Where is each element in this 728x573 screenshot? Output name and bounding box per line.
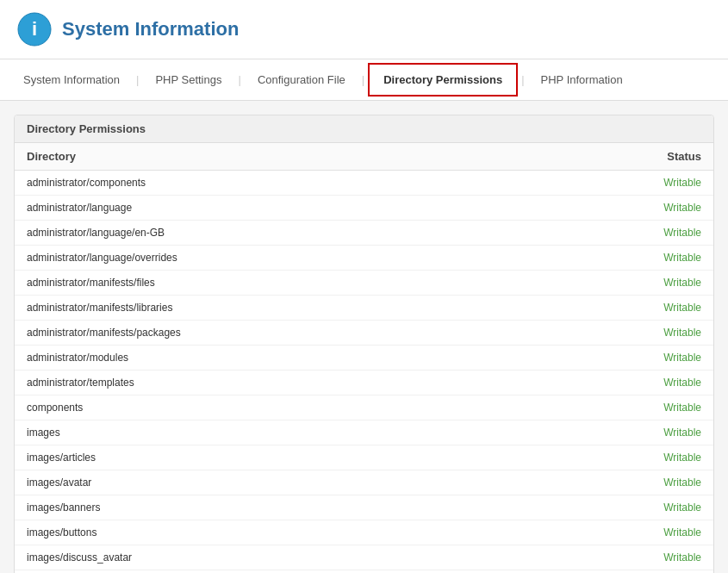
status-cell: Writable (533, 495, 713, 520)
panel-title: Directory Permissions (15, 115, 713, 143)
permissions-table: Directory Status administrator/component… (15, 143, 713, 573)
directory-cell: administrator/language (15, 196, 533, 221)
table-row: administrator/manifests/filesWritable (15, 271, 713, 296)
status-cell: Writable (533, 520, 713, 545)
directory-cell: images/easyblog_images (15, 570, 533, 574)
directory-cell: images/buttons (15, 520, 533, 545)
table-row: administrator/modulesWritable (15, 346, 713, 371)
tab-php-settings[interactable]: PHP Settings (140, 64, 236, 96)
status-cell: Writable (533, 321, 713, 346)
info-icon: i (17, 12, 52, 47)
status-cell: Writable (533, 196, 713, 221)
directory-cell: administrator/templates (15, 371, 533, 395)
table-header-row: Directory Status (15, 143, 713, 171)
status-cell: Writable (533, 445, 713, 470)
directory-cell: administrator/manifests/packages (15, 321, 533, 346)
col-status: Status (533, 143, 713, 171)
dir-permissions-panel: Directory Permissions Directory Status a… (14, 115, 714, 573)
directory-cell: images/discuss_avatar (15, 545, 533, 570)
status-cell: Writable (533, 545, 713, 570)
tab-sep-4: | (520, 73, 526, 86)
table-row: componentsWritable (15, 395, 713, 420)
directory-cell: components (15, 395, 533, 420)
status-cell: Writable (533, 221, 713, 246)
status-cell: Writable (533, 395, 713, 420)
directory-cell: images/banners (15, 495, 533, 520)
directory-cell: administrator/language/en-GB (15, 221, 533, 246)
tab-sep-1: | (134, 73, 140, 86)
status-cell: Writable (533, 371, 713, 395)
table-row: administrator/componentsWritable (15, 171, 713, 196)
tab-sep-2: | (236, 73, 242, 86)
status-cell: Writable (533, 246, 713, 271)
table-row: administrator/templatesWritable (15, 371, 713, 395)
svg-text:i: i (32, 18, 37, 40)
directory-cell: images/articles (15, 445, 533, 470)
tab-php-info[interactable]: PHP Information (526, 64, 638, 96)
status-cell: Writable (533, 470, 713, 495)
directory-cell: administrator/modules (15, 346, 533, 371)
tab-config-file[interactable]: Configuration File (243, 64, 360, 96)
table-row: images/bannersWritable (15, 495, 713, 520)
table-row: administrator/language/overridesWritable (15, 246, 713, 271)
status-cell: Writable (533, 570, 713, 574)
directory-cell: administrator/manifests/files (15, 271, 533, 296)
directory-cell: images (15, 420, 533, 445)
table-row: images/buttonsWritable (15, 520, 713, 545)
main-content: Directory Permissions Directory Status a… (0, 101, 728, 573)
table-row: administrator/manifests/packagesWritable (15, 321, 713, 346)
table-row: images/easyblog_imagesWritable (15, 570, 713, 574)
table-row: imagesWritable (15, 420, 713, 445)
table-row: administrator/languageWritable (15, 196, 713, 221)
status-cell: Writable (533, 171, 713, 196)
directory-cell: administrator/language/overrides (15, 246, 533, 271)
directory-cell: administrator/manifests/libraries (15, 296, 533, 321)
status-cell: Writable (533, 271, 713, 296)
directory-cell: administrator/components (15, 171, 533, 196)
table-row: administrator/language/en-GBWritable (15, 221, 713, 246)
tab-system-info[interactable]: System Information (9, 64, 134, 96)
table-row: administrator/manifests/librariesWritabl… (15, 296, 713, 321)
table-row: images/articlesWritable (15, 445, 713, 470)
status-cell: Writable (533, 346, 713, 371)
directory-cell: images/avatar (15, 470, 533, 495)
tabs-bar: System Information | PHP Settings | Conf… (0, 59, 728, 101)
page-header: i System Information (0, 0, 728, 59)
table-row: images/discuss_avatarWritable (15, 545, 713, 570)
status-cell: Writable (533, 420, 713, 445)
col-directory: Directory (15, 143, 533, 171)
page-title: System Information (62, 18, 239, 40)
tab-dir-permissions[interactable]: Directory Permissions (368, 63, 518, 97)
table-row: images/avatarWritable (15, 470, 713, 495)
status-cell: Writable (533, 296, 713, 321)
tab-sep-3: | (360, 73, 366, 86)
